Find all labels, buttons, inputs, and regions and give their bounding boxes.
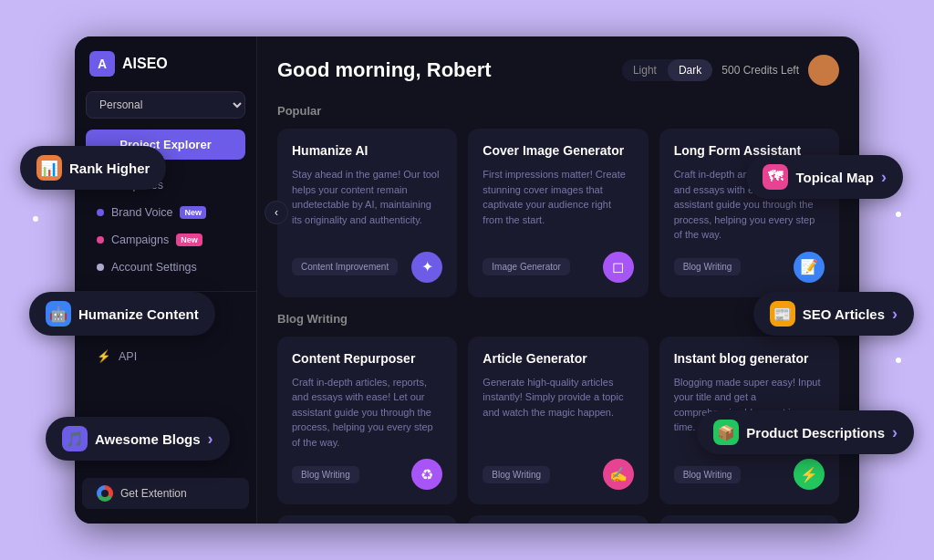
workspace-select[interactable]: Personal <box>86 91 245 119</box>
awesome-blogs-arrow: › <box>208 430 213 449</box>
article-generator-desc: Generate high-quality articles instantly… <box>483 375 633 451</box>
badge-awesome-blogs[interactable]: 🎵 Awesome Blogs › <box>46 417 230 461</box>
seo-articles-arrow: › <box>892 305 898 324</box>
card-long-form[interactable]: Long Form Assistant Craft in-depth artic… <box>659 129 839 297</box>
rank-higher-icon: 📊 <box>36 155 62 181</box>
awesome-blogs-label: Awesome Blogs <box>95 431 201 447</box>
long-form-footer: Blog Writing 📝 <box>674 252 825 283</box>
instant-blog-footer: Blog Writing ⚡ <box>674 459 825 490</box>
article-generator-footer: Blog Writing ✍ <box>483 459 633 490</box>
instant-blog-tag: Blog Writing <box>674 466 742 483</box>
header-right: Light Dark 500 Credits Left <box>622 55 839 86</box>
seo-articles-icon: 📰 <box>770 301 795 327</box>
seo-articles-label: SEO Articles <box>803 306 885 322</box>
humanize-ai-title: Humanize AI <box>292 143 442 158</box>
cover-image-tag: Image Generator <box>483 258 570 275</box>
prev-button[interactable]: ‹ <box>265 201 288 224</box>
campaigns-label: Campaigns <box>111 233 169 246</box>
sidebar-item-api[interactable]: ⚡ API <box>82 343 249 369</box>
humanize-content-icon: 🤖 <box>46 301 71 327</box>
brand-voice-dot <box>97 209 104 216</box>
rank-higher-label: Rank Higher <box>69 161 150 176</box>
awesome-blogs-icon: 🎵 <box>62 426 88 451</box>
extension-label: Get Extention <box>120 487 187 500</box>
cover-image-title: Cover Image Generator <box>483 143 633 158</box>
topical-map-arrow: › <box>881 168 887 187</box>
campaigns-badge: New <box>176 233 202 246</box>
badge-humanize-content[interactable]: 🤖 Humanize Content <box>29 292 215 336</box>
avatar-right-bottom <box>896 358 901 363</box>
outer-wrapper: 📊 Rank Higher 🤖 Humanize Content 🎵 Aweso… <box>20 20 914 540</box>
product-descriptions-icon: 📦 <box>713 420 739 445</box>
account-settings-dot <box>97 264 104 271</box>
api-label: API <box>119 350 137 363</box>
chrome-inner <box>101 490 109 497</box>
popular-section: Popular ‹ Humanize AI Stay ahead in the … <box>277 104 839 297</box>
chrome-icon <box>97 485 113 502</box>
humanize-content-label: Humanize Content <box>78 306 199 322</box>
content-repurposer-footer: Blog Writing ♻ <box>292 459 442 490</box>
avatar-left <box>33 216 38 222</box>
sidebar-item-campaigns[interactable]: Campaigns New <box>82 227 249 253</box>
badge-topical-map[interactable]: 🗺 Topical Map › <box>746 155 903 199</box>
humanize-ai-desc: Stay ahead in the game! Our tool helps y… <box>292 167 442 243</box>
product-descriptions-arrow: › <box>892 423 898 442</box>
card-cover-image[interactable]: Cover Image Generator First impressions … <box>468 129 648 297</box>
card-humanize-ai[interactable]: Humanize AI Stay ahead in the game! Our … <box>277 129 457 297</box>
article-generator-title: Article Generator <box>483 351 633 366</box>
sidebar-item-account-settings[interactable]: Account Settings <box>82 254 249 280</box>
instant-blog-action[interactable]: ⚡ <box>794 459 825 490</box>
humanize-ai-footer: Content Improvement ✦ <box>292 252 442 283</box>
humanize-ai-tag: Content Improvement <box>292 258 398 275</box>
card-article-generator[interactable]: Article Generator Generate high-quality … <box>468 337 648 505</box>
avatar-right-top <box>896 212 901 217</box>
instant-blog-title: Instant blog generator <box>674 351 825 366</box>
cover-image-desc: First impressions matter! Create stunnin… <box>483 167 633 243</box>
card-content-repurposer[interactable]: Content Repurposer Craft in-depth articl… <box>277 337 457 505</box>
content-repurposer-desc: Craft in-depth articles, reports, and es… <box>292 375 442 451</box>
badge-seo-articles[interactable]: 📰 SEO Articles › <box>753 292 914 336</box>
product-descriptions-label: Product Descriptions <box>746 425 885 441</box>
card-topical-authority[interactable]: Topical Authority Become an expert in yo… <box>468 515 648 524</box>
popular-label: Popular <box>277 104 839 118</box>
api-icon: ⚡ <box>97 349 111 363</box>
logo-icon: A <box>89 51 115 77</box>
card-article-writer[interactable]: Article Writer Write articles like a pro… <box>277 515 457 524</box>
badge-rank-higher[interactable]: 📊 Rank Higher <box>20 146 166 190</box>
popular-cards-grid: Humanize AI Stay ahead in the game! Our … <box>277 129 839 297</box>
humanize-ai-action[interactable]: ✦ <box>411 252 442 283</box>
brand-voice-label: Brand Voice <box>111 206 172 219</box>
cover-image-footer: Image Generator ◻ <box>483 252 633 283</box>
account-settings-label: Account Settings <box>111 261 197 274</box>
sidebar-item-brand-voice[interactable]: Brand Voice New <box>82 200 249 225</box>
sidebar-bottom: Get Extention <box>75 478 256 509</box>
topical-map-icon: 🗺 <box>763 164 788 190</box>
logo-text: AISEO <box>122 56 168 72</box>
credits-text: 500 Credits Left <box>721 64 799 77</box>
theme-light-button[interactable]: Light <box>622 59 668 81</box>
content-repurposer-title: Content Repurposer <box>292 351 442 366</box>
brand-voice-badge: New <box>180 206 206 219</box>
theme-dark-button[interactable]: Dark <box>668 59 712 81</box>
greeting: Good morning, Robert <box>277 58 492 82</box>
logo-area: A AISEO <box>75 51 256 91</box>
long-form-tag: Blog Writing <box>674 258 742 275</box>
user-avatar[interactable] <box>808 55 839 86</box>
card-readability[interactable]: Readability Improver Reuse, Recycle, Rep… <box>659 515 839 524</box>
theme-toggle: Light Dark <box>622 59 712 81</box>
cover-image-action[interactable]: ◻ <box>603 252 634 283</box>
article-generator-tag: Blog Writing <box>483 466 550 483</box>
top-header: Good morning, Robert Light Dark 500 Cred… <box>277 55 839 86</box>
campaigns-dot <box>97 236 104 244</box>
topical-map-label: Topical Map <box>795 170 874 185</box>
long-form-action[interactable]: 📝 <box>794 252 825 283</box>
badge-product-descriptions[interactable]: 📦 Product Descriptions › <box>697 410 914 454</box>
content-repurposer-action[interactable]: ♻ <box>411 459 442 490</box>
content-repurposer-tag: Blog Writing <box>292 466 359 483</box>
article-generator-action[interactable]: ✍ <box>603 459 634 490</box>
get-extension-button[interactable]: Get Extention <box>82 478 249 509</box>
